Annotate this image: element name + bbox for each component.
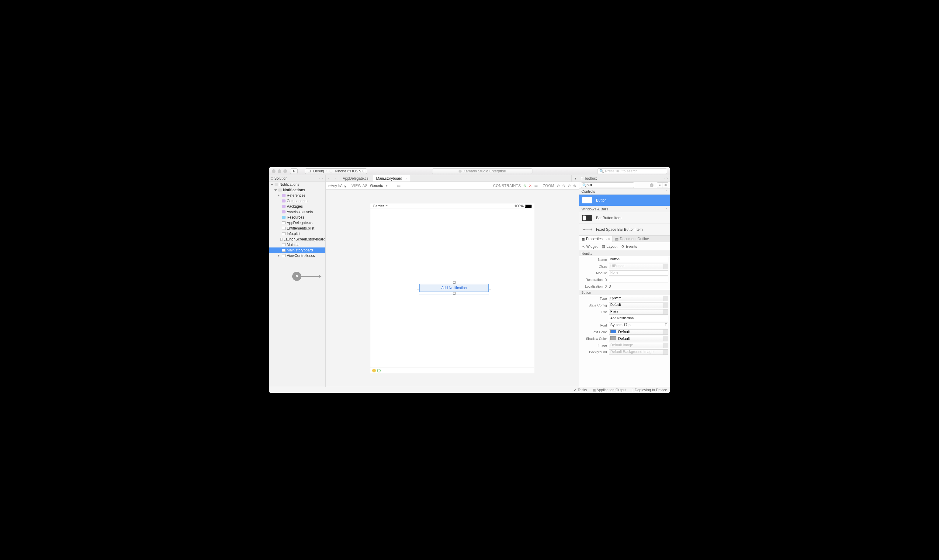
tab-appdelegate[interactable]: AppDelegate.cs: [339, 175, 373, 182]
title-type-select[interactable]: Plain: [609, 309, 668, 315]
toolbox-item-button[interactable]: Button: [579, 195, 670, 206]
solution-root[interactable]: Notifications: [269, 182, 325, 187]
run-target-selector[interactable]: ☐Debug› ☐iPhone 6s iOS 9.3: [305, 168, 367, 174]
tree-item[interactable]: Components: [269, 198, 325, 204]
properties-pad: ▦ Properties ▫ × ▤ Document Outline ↖ Wi…: [579, 235, 670, 387]
type-select[interactable]: System: [609, 296, 668, 301]
close-icon[interactable]: ○: [405, 176, 407, 181]
editor-area: ‹ › AppDelegate.cs Main.storyboard○ ▾ wA…: [326, 175, 579, 387]
nav-forward-button[interactable]: ›: [332, 175, 339, 182]
solution-pad-header: Solution▫ ×: [269, 175, 325, 182]
file-icon: [280, 238, 282, 241]
toolbox-pad-header: TToolbox▫ ×: [579, 175, 670, 182]
tree-item[interactable]: AppDelegate.cs: [269, 220, 325, 226]
name-field[interactable]: button: [609, 257, 668, 262]
subtab-events[interactable]: ⟳ Events: [622, 245, 637, 249]
file-icon: [282, 227, 286, 230]
class-field[interactable]: UIButton: [609, 263, 668, 269]
toolbox-category-controls[interactable]: Controls⌃: [579, 189, 670, 195]
background-select[interactable]: Default Background Image: [609, 349, 668, 355]
toolbox-toolbar: 🔍 × ≡⊞: [579, 182, 670, 189]
tasks-pad-button[interactable]: ✓ Tasks: [574, 388, 587, 392]
pad-icon: [271, 177, 273, 180]
tree-item[interactable]: LaunchScreen.storyboard: [269, 237, 325, 242]
image-select[interactable]: Default Image: [609, 343, 668, 348]
tree-item[interactable]: Assets.xcassets: [269, 209, 325, 215]
right-column: TToolbox▫ × 🔍 × ≡⊞ Controls⌃ Button Wind…: [579, 175, 670, 387]
toolbox-item-fixedspace[interactable]: ⊢——⊣Fixed Space Bar Button Item: [579, 224, 670, 235]
app-output-pad-button[interactable]: ▤ Application Output: [593, 388, 627, 392]
font-field[interactable]: System 17 ptT: [609, 323, 668, 328]
zoom-icon[interactable]: [283, 169, 287, 173]
resize-handle[interactable]: [453, 281, 456, 284]
tab-properties[interactable]: ▦ Properties ▫ ×: [579, 235, 613, 242]
chevron-up-icon: ⌃: [665, 208, 668, 211]
resize-handle[interactable]: [453, 292, 456, 295]
text-color-select[interactable]: Default: [609, 329, 668, 335]
viewcontroller-icon[interactable]: [372, 369, 376, 372]
designer-toolbar: wAny hAny VIEW ASGeneric▼ ▭ CONSTRAINTS …: [326, 182, 579, 190]
toolbox-search-input[interactable]: [581, 182, 634, 188]
constraint-line: [454, 293, 454, 367]
frame-button[interactable]: ▭: [534, 184, 537, 188]
add-constraint-button[interactable]: ⊕: [523, 184, 526, 188]
tabs-overflow-button[interactable]: ▾: [571, 175, 579, 182]
restoration-field[interactable]: [609, 277, 668, 282]
nav-back-button[interactable]: ‹: [326, 175, 332, 182]
orientation-button[interactable]: ▭: [397, 184, 400, 188]
close-icon[interactable]: [272, 169, 276, 173]
selected-button[interactable]: Add Notification: [419, 284, 489, 292]
clear-icon[interactable]: ×: [650, 183, 653, 187]
module-field[interactable]: None: [609, 270, 668, 276]
state-select[interactable]: Default: [609, 303, 668, 308]
tab-document-outline[interactable]: ▤ Document Outline: [613, 235, 651, 242]
chevron-up-icon: ⌃: [665, 190, 668, 193]
battery-icon: [525, 205, 531, 208]
file-icon: [282, 232, 286, 235]
subtab-widget[interactable]: ↖ Widget: [582, 245, 597, 249]
entry-point-arrow[interactable]: ⚑: [292, 272, 322, 281]
status-bar: Carrierᯤ 100%: [370, 203, 534, 209]
chevron-down-icon[interactable]: ▼: [385, 184, 388, 187]
toolbox-view-toggle[interactable]: ≡⊞: [657, 182, 668, 188]
status-bar-footer: ✓ Tasks ▤ Application Output ⤴ Deploying…: [269, 387, 670, 393]
title-field[interactable]: Add Notification: [609, 316, 668, 322]
tree-item[interactable]: Main.cs: [269, 242, 325, 248]
global-search-input[interactable]: 🔍 Press '⌘.' to search: [597, 168, 667, 174]
shadow-color-select[interactable]: Default: [609, 336, 668, 342]
toolbox-category-windows[interactable]: Windows & Bars⌃: [579, 206, 670, 212]
zoom-out-button[interactable]: ⊖: [562, 184, 565, 188]
firstresponder-icon[interactable]: [377, 369, 381, 372]
tree-item[interactable]: ViewController.cs: [269, 253, 325, 258]
subtab-layout[interactable]: ▦ Layout: [602, 245, 617, 249]
zoom-fit-button[interactable]: ⊙: [557, 184, 560, 188]
solution-pad: Solution▫ × Notifications Notifications …: [269, 175, 326, 387]
wifi-icon: ᯤ: [385, 204, 389, 208]
minimize-icon[interactable]: [278, 169, 281, 173]
view-controller-scene[interactable]: Carrierᯤ 100% Add Notification: [370, 203, 534, 373]
remove-constraint-button[interactable]: ✕: [529, 184, 532, 188]
play-icon: [293, 170, 295, 173]
run-button[interactable]: [290, 168, 298, 174]
zoom-in-button[interactable]: ⊕: [573, 184, 576, 188]
solution-tree[interactable]: Notifications Notifications ReferencesCo…: [269, 182, 325, 387]
tree-item[interactable]: References: [269, 193, 325, 198]
resize-handle[interactable]: [417, 287, 419, 289]
traffic-lights[interactable]: [272, 169, 287, 173]
tree-item[interactable]: Resources: [269, 215, 325, 220]
zoom-100-button[interactable]: ⊙: [568, 184, 571, 188]
resize-handle[interactable]: [489, 287, 491, 289]
properties-tabs: ▦ Properties ▫ × ▤ Document Outline: [579, 235, 670, 242]
tree-item[interactable]: Info.plist: [269, 231, 325, 237]
tree-item[interactable]: Main.storyboard: [269, 248, 325, 253]
tab-main-storyboard[interactable]: Main.storyboard○: [373, 175, 411, 182]
tree-item[interactable]: Entitlements.plist: [269, 226, 325, 231]
folder-icon: [282, 205, 286, 208]
toolbox-item-barbutton[interactable]: Bar Button Item: [579, 212, 670, 224]
deploy-pad-button[interactable]: ⤴ Deploying to Device: [632, 388, 667, 392]
folder-icon: [282, 211, 286, 214]
design-canvas[interactable]: ⚑ Carrierᯤ 100% Add Notification: [326, 190, 579, 387]
folder-icon: [282, 216, 286, 219]
project-root[interactable]: Notifications: [269, 187, 325, 193]
tree-item[interactable]: Packages: [269, 204, 325, 209]
